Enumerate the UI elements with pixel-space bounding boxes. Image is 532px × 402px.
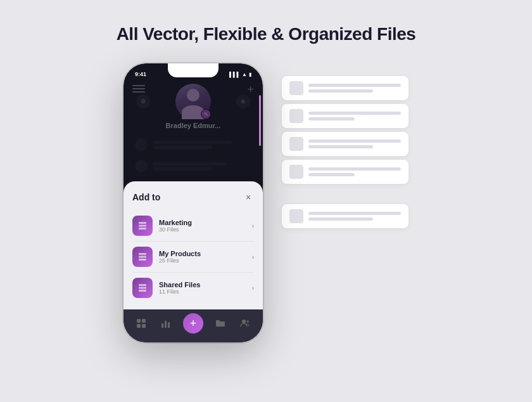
modal-item-products[interactable]: My Products 25 Files ›: [132, 242, 254, 273]
wf-lines: [308, 139, 401, 148]
modal-item-shared-files[interactable]: Shared Files 11 Files ›: [132, 273, 254, 303]
products-count: 25 Files: [159, 257, 246, 264]
svg-rect-2: [139, 228, 146, 230]
page-title: All Vector, Flexible & Organized Files: [117, 24, 416, 44]
marketing-text: Marketing 30 Files: [159, 219, 246, 233]
wf-line: [308, 173, 355, 176]
wf-line: [308, 145, 373, 148]
bottom-nav: +: [124, 309, 263, 342]
shared-files-count: 11 Files: [159, 289, 246, 295]
products-icon: [132, 247, 153, 267]
wf-lines: [308, 167, 401, 176]
wireframe-group-2: [282, 204, 408, 228]
svg-rect-5: [139, 259, 146, 261]
nav-folder-icon[interactable]: [213, 316, 228, 331]
svg-rect-13: [162, 323, 163, 328]
wf-icon: [289, 137, 303, 151]
wireframe-row-4: [282, 160, 408, 184]
wf-icon: [289, 209, 303, 223]
wf-line: [308, 167, 401, 171]
svg-rect-10: [142, 319, 146, 323]
modal-item-marketing[interactable]: Marketing 30 Files ›: [132, 211, 254, 242]
products-name: My Products: [159, 250, 246, 257]
status-icons: ▌▌▌ ▲ ▮: [229, 72, 251, 77]
wireframe-group-1: [282, 76, 408, 184]
svg-rect-3: [139, 253, 146, 255]
svg-rect-0: [139, 222, 146, 224]
wf-line: [308, 112, 401, 115]
wf-lines: [308, 84, 401, 93]
modal-card: Add to × Marketing 30 Files: [124, 181, 263, 309]
svg-rect-8: [139, 290, 146, 292]
modal-header: Add to ×: [132, 191, 254, 203]
wireframe-spacer: [282, 189, 408, 199]
shared-files-name: Shared Files: [159, 281, 246, 289]
svg-rect-12: [142, 324, 146, 328]
wireframe-row-3: [282, 132, 408, 156]
svg-rect-6: [139, 284, 146, 286]
wf-line: [308, 217, 373, 221]
marketing-icon: [132, 216, 153, 236]
status-time: 9:41: [135, 71, 146, 77]
wf-line: [308, 117, 355, 120]
svg-rect-7: [139, 287, 146, 289]
wf-icon: [289, 81, 303, 95]
wf-icon: [289, 165, 303, 179]
wf-line: [308, 139, 401, 143]
nav-grid-icon[interactable]: [134, 316, 149, 331]
svg-point-16: [242, 320, 246, 323]
svg-rect-4: [139, 256, 146, 258]
modal-close-button[interactable]: ×: [243, 191, 254, 203]
marketing-arrow: ›: [252, 223, 254, 230]
wireframe-row-5: [282, 204, 408, 228]
wf-line: [308, 89, 373, 93]
nav-add-button[interactable]: +: [183, 313, 203, 334]
svg-rect-14: [165, 321, 167, 328]
wf-lines: [308, 112, 401, 120]
svg-rect-15: [168, 322, 170, 328]
phone-screen: 9:41 ▌▌▌ ▲ ▮ + ⚙: [124, 63, 263, 342]
svg-point-17: [246, 320, 249, 323]
svg-rect-9: [137, 319, 141, 323]
wifi-icon: ▲: [242, 72, 247, 77]
wireframe-row-2: [282, 104, 408, 128]
scroll-indicator: [259, 95, 261, 146]
products-arrow: ›: [252, 254, 254, 261]
battery-icon: ▮: [249, 72, 251, 77]
shared-files-icon: [132, 278, 153, 298]
wireframes-container: [282, 76, 408, 228]
wf-icon: [289, 109, 303, 123]
marketing-count: 30 Files: [159, 226, 246, 233]
svg-rect-1: [139, 225, 146, 227]
content-area: 9:41 ▌▌▌ ▲ ▮ + ⚙: [0, 63, 532, 342]
wireframe-row-1: [282, 76, 408, 100]
wf-line: [308, 84, 401, 87]
shared-files-arrow: ›: [252, 285, 254, 292]
nav-chart-icon[interactable]: [158, 316, 174, 331]
svg-rect-11: [137, 324, 141, 328]
wf-line: [308, 212, 401, 215]
signal-icon: ▌▌▌: [229, 72, 240, 77]
marketing-name: Marketing: [159, 219, 246, 226]
shared-files-text: Shared Files 11 Files: [159, 281, 246, 295]
modal-title: Add to: [132, 192, 160, 202]
products-text: My Products 25 Files: [159, 250, 246, 264]
phone-mockup: 9:41 ▌▌▌ ▲ ▮ + ⚙: [124, 63, 263, 342]
phone-notch: [168, 63, 218, 77]
nav-people-icon[interactable]: [238, 316, 253, 331]
wf-lines: [308, 212, 401, 221]
